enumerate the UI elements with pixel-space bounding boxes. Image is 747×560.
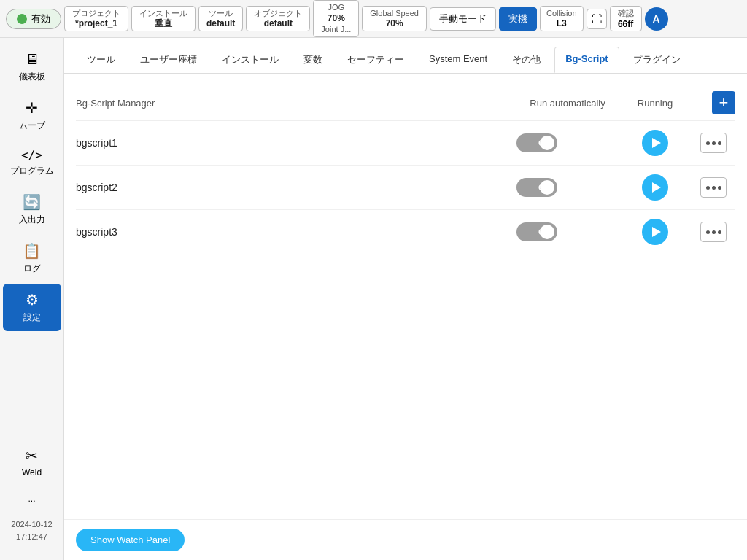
dot-icon [718,230,721,234]
object-label: オブジェクト [254,8,302,18]
more-button-1[interactable] [700,133,727,153]
real-mode-button[interactable]: 実機 [499,7,537,31]
code-icon: </> [21,148,42,162]
more-button-2[interactable] [700,177,727,198]
dot-icon [706,186,710,190]
content-area: ツール ユーザー座標 インストール 変数 セーフティー System Event… [64,38,747,560]
col-header-actions: + [692,91,735,114]
tabs-bar: ツール ユーザー座標 インストール 変数 セーフティー System Event… [64,38,747,74]
sidebar-label-program: プログラム [10,165,54,177]
datetime: 2024-10-12 17:12:47 [8,513,55,548]
status-label: 有効 [31,12,50,26]
script-name-1: bgscript1 [76,137,516,149]
install-label: インストール [139,8,187,18]
col-header-running: Running [619,98,692,109]
table-row: bgscript3 [76,210,735,254]
dot-icon [712,230,716,234]
toggle-off-icon-2[interactable] [516,178,557,197]
tab-plugin[interactable]: プラグイン [622,47,692,73]
play-col-2 [619,174,692,201]
jog-value: 70% [328,13,345,25]
play-button-1[interactable] [642,130,668,156]
dot-icon [706,230,710,234]
avatar[interactable]: A [645,7,668,31]
play-button-2[interactable] [642,174,668,201]
tab-other[interactable]: その他 [501,47,551,73]
sidebar-item-dashboard[interactable]: 🖥 儀表板 [3,44,61,90]
tab-bg-script[interactable]: Bg-Script [554,47,619,73]
table-row: bgscript1 [76,121,735,166]
main-layout: 🖥 儀表板 ✛ ムーブ </> プログラム 🔄 入出力 📋 ログ ⚙ 設定 ✂ … [0,38,747,560]
globalspeed-value: 70% [386,18,403,30]
install-segment[interactable]: インストール 垂直 [131,6,196,32]
col-header-auto: Run automatically [516,98,619,109]
bg-script-table-area: Bg-Script Manager Run automatically Runn… [64,74,747,519]
toggle-knob-3 [540,225,554,239]
show-watch-panel-button[interactable]: Show Watch Panel [76,529,185,551]
toggle-off-icon-3[interactable] [516,222,557,241]
tab-safety[interactable]: セーフティー [336,47,415,73]
monitor-icon: 🖥 [25,51,39,68]
confirm-value: 66ff [618,19,633,29]
settings-icon: ⚙ [26,291,39,308]
tool-label: ツール [209,8,233,18]
sidebar-bottom: ✂ Weld ... 2024-10-12 17:12:47 [3,440,61,554]
install-value: 垂直 [155,18,172,30]
bottom-panel: Show Watch Panel [64,519,747,560]
sidebar-item-program[interactable]: </> プログラム [3,141,61,184]
script-name-3: bgscript3 [76,226,516,238]
actions-col-2 [692,177,735,198]
tab-variables[interactable]: 変数 [293,47,333,73]
top-bar: 有効 プロジェクト *project_1 インストール 垂直 ツール defau… [0,0,747,38]
status-button[interactable]: 有効 [6,9,61,29]
tab-tool[interactable]: ツール [76,47,126,73]
script-name-2: bgscript2 [76,182,516,193]
weld-icon: ✂ [26,447,38,464]
toggle-auto-1[interactable] [516,133,619,152]
dot-icon [712,141,716,145]
dot-icon [712,186,716,190]
more-button-3[interactable] [700,222,727,242]
manual-mode-button[interactable]: 手動モード [430,7,496,31]
toggle-knob-2 [540,180,554,195]
object-value: default [264,18,293,30]
tab-user-coords[interactable]: ユーザー座標 [129,47,208,73]
tool-segment[interactable]: ツール default [198,6,243,32]
sidebar-item-weld[interactable]: ✂ Weld [3,440,61,485]
sidebar: 🖥 儀表板 ✛ ムーブ </> プログラム 🔄 入出力 📋 ログ ⚙ 設定 ✂ … [0,38,64,560]
project-label: プロジェクト [72,8,120,18]
dot-icon [718,141,721,145]
play-col-1 [619,130,692,156]
confirm-label: 確認 [618,8,634,19]
sidebar-label-settings: 設定 [23,311,41,324]
sidebar-label-dashboard: 儀表板 [19,71,45,83]
add-script-button[interactable]: + [712,91,735,114]
sidebar-item-log[interactable]: 📋 ログ [3,235,61,282]
col-header-name: Bg-Script Manager [76,98,516,109]
table-header: Bg-Script Manager Run automatically Runn… [76,85,735,121]
confirm-box[interactable]: 確認 66ff [610,6,642,31]
status-indicator [17,14,27,24]
jog-segment[interactable]: JOG 70% Joint J... [313,0,359,36]
collision-value: L3 [557,18,567,30]
sidebar-label-more: ... [28,494,35,504]
dot-icon [718,186,721,190]
sidebar-item-io[interactable]: 🔄 入出力 [3,186,61,233]
tab-system-event[interactable]: System Event [418,47,498,73]
play-button-3[interactable] [642,219,668,245]
sidebar-item-more[interactable]: ... [3,486,61,511]
collision-label: Collision [546,8,577,18]
object-segment[interactable]: オブジェクト default [246,6,310,32]
toggle-auto-3[interactable] [516,222,619,241]
globalspeed-segment[interactable]: Global Speed 70% [362,6,427,32]
sidebar-item-settings[interactable]: ⚙ 設定 [3,284,61,331]
sidebar-item-move[interactable]: ✛ ムーブ [3,92,61,139]
log-icon: 📋 [23,242,41,260]
project-segment[interactable]: プロジェクト *project_1 [64,6,128,32]
toggle-off-icon-1[interactable] [516,133,557,152]
toggle-auto-2[interactable] [516,178,619,197]
expand-icon[interactable]: ⛶ [587,9,607,29]
tab-install[interactable]: インストール [211,47,290,73]
actions-col-1 [692,133,735,153]
io-icon: 🔄 [23,193,41,211]
